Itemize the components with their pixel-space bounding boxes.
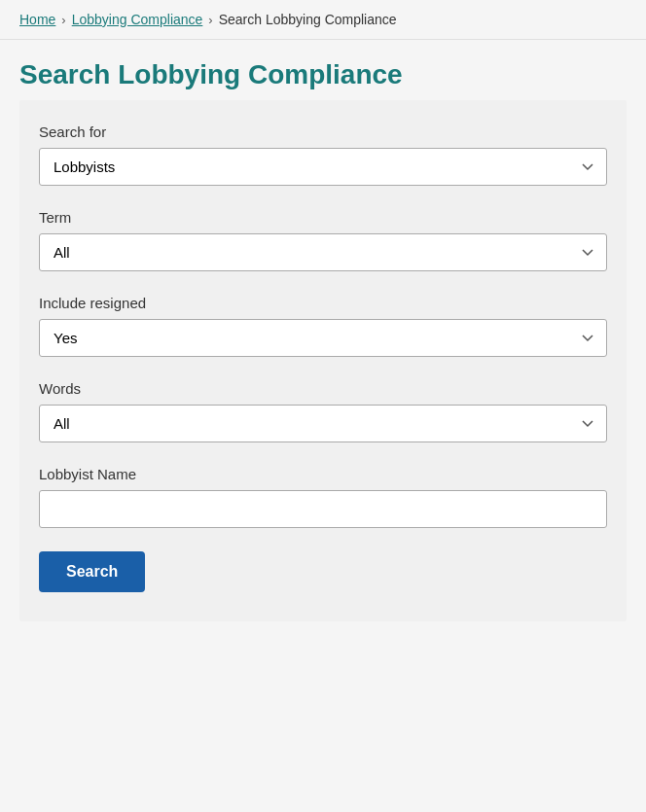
words-label: Words <box>39 380 607 397</box>
breadcrumb-lobbying[interactable]: Lobbying Compliance <box>72 12 203 27</box>
breadcrumb-current: Search Lobbying Compliance <box>219 12 397 27</box>
term-select[interactable]: All <box>39 233 607 271</box>
breadcrumb: Home › Lobbying Compliance › Search Lobb… <box>0 0 646 40</box>
page-header: Search Lobbying Compliance <box>0 40 646 100</box>
search-for-select[interactable]: Lobbyists Firms Clients <box>39 148 607 186</box>
include-resigned-group: Include resigned Yes No <box>39 295 607 357</box>
search-for-group: Search for Lobbyists Firms Clients <box>39 124 607 186</box>
words-select[interactable]: All <box>39 405 607 442</box>
search-button[interactable]: Search <box>39 551 145 592</box>
term-label: Term <box>39 209 607 226</box>
search-for-label: Search for <box>39 124 607 140</box>
lobbyist-name-group: Lobbyist Name <box>39 466 607 528</box>
breadcrumb-separator-2: › <box>208 13 212 27</box>
lobbyist-name-label: Lobbyist Name <box>39 466 607 482</box>
include-resigned-select[interactable]: Yes No <box>39 319 607 357</box>
term-group: Term All <box>39 209 607 271</box>
search-form: Search for Lobbyists Firms Clients Term … <box>19 100 627 621</box>
lobbyist-name-input[interactable] <box>39 490 607 528</box>
include-resigned-label: Include resigned <box>39 295 607 311</box>
words-group: Words All <box>39 380 607 442</box>
breadcrumb-home[interactable]: Home <box>19 12 55 27</box>
breadcrumb-separator-1: › <box>61 13 65 27</box>
page-title: Search Lobbying Compliance <box>19 59 627 90</box>
page-background: Home › Lobbying Compliance › Search Lobb… <box>0 0 646 812</box>
